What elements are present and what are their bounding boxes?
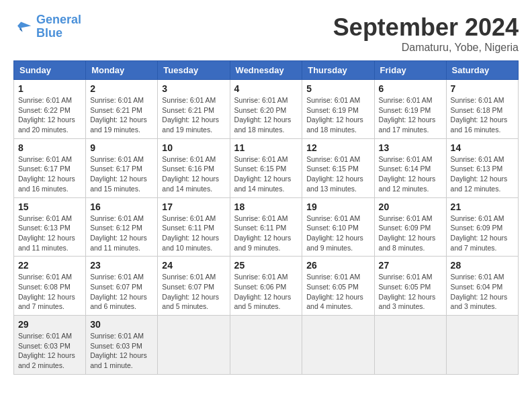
day-info: Sunrise: 6:01 AM Sunset: 6:05 PM Dayligh… (306, 272, 369, 312)
calendar-day-cell: 9 Sunrise: 6:01 AM Sunset: 6:17 PM Dayli… (86, 138, 158, 197)
calendar-day-cell: 17 Sunrise: 6:01 AM Sunset: 6:11 PM Dayl… (158, 197, 230, 257)
weekday-header: Monday (86, 61, 158, 80)
day-info: Sunrise: 6:01 AM Sunset: 6:19 PM Dayligh… (306, 95, 369, 135)
svg-marker-0 (17, 21, 31, 32)
day-number: 22 (18, 260, 81, 271)
day-info: Sunrise: 6:01 AM Sunset: 6:09 PM Dayligh… (379, 214, 442, 253)
day-number: 29 (18, 319, 81, 330)
day-number: 25 (234, 260, 298, 271)
calendar-day-cell: 15 Sunrise: 6:01 AM Sunset: 6:13 PM Dayl… (14, 197, 86, 257)
day-info: Sunrise: 6:01 AM Sunset: 6:13 PM Dayligh… (451, 154, 514, 194)
weekday-header: Saturday (446, 61, 518, 80)
day-info: Sunrise: 6:01 AM Sunset: 6:05 PM Dayligh… (379, 272, 442, 312)
title-block: September 2024 Damaturu, Yobe, Nigeria (333, 13, 519, 54)
logo-line1: General (36, 13, 81, 26)
calendar-day-cell: 18 Sunrise: 6:01 AM Sunset: 6:11 PM Dayl… (230, 197, 302, 257)
calendar-week-row: 29 Sunrise: 6:01 AM Sunset: 6:03 PM Dayl… (14, 316, 519, 375)
day-number: 4 (234, 83, 298, 94)
day-info: Sunrise: 6:01 AM Sunset: 6:03 PM Dayligh… (18, 331, 81, 371)
calendar-day-cell: 20 Sunrise: 6:01 AM Sunset: 6:09 PM Dayl… (374, 197, 446, 257)
day-number: 13 (379, 142, 442, 153)
day-info: Sunrise: 6:01 AM Sunset: 6:11 PM Dayligh… (162, 214, 225, 253)
calendar-day-cell: 30 Sunrise: 6:01 AM Sunset: 6:03 PM Dayl… (86, 316, 158, 375)
day-number: 5 (306, 83, 369, 94)
calendar-day-cell: 23 Sunrise: 6:01 AM Sunset: 6:07 PM Dayl… (86, 257, 158, 316)
day-number: 20 (379, 201, 442, 212)
calendar-day-cell: 4 Sunrise: 6:01 AM Sunset: 6:20 PM Dayli… (230, 80, 302, 139)
weekday-header: Sunday (14, 61, 86, 80)
calendar-day-cell: 24 Sunrise: 6:01 AM Sunset: 6:07 PM Dayl… (158, 257, 230, 316)
day-info: Sunrise: 6:01 AM Sunset: 6:21 PM Dayligh… (162, 95, 225, 135)
day-number: 10 (162, 142, 225, 153)
day-info: Sunrise: 6:01 AM Sunset: 6:12 PM Dayligh… (90, 214, 153, 253)
day-number: 14 (451, 142, 514, 153)
day-number: 1 (18, 83, 81, 94)
day-number: 9 (90, 142, 153, 153)
calendar-day-cell: 5 Sunrise: 6:01 AM Sunset: 6:19 PM Dayli… (302, 80, 374, 139)
calendar-day-cell: 29 Sunrise: 6:01 AM Sunset: 6:03 PM Dayl… (14, 316, 86, 375)
calendar-day-cell: 14 Sunrise: 6:01 AM Sunset: 6:13 PM Dayl… (446, 138, 518, 197)
calendar-day-cell: 27 Sunrise: 6:01 AM Sunset: 6:05 PM Dayl… (374, 257, 446, 316)
day-info: Sunrise: 6:01 AM Sunset: 6:11 PM Dayligh… (234, 214, 298, 253)
logo-icon (13, 17, 34, 37)
calendar-day-cell: 13 Sunrise: 6:01 AM Sunset: 6:14 PM Dayl… (374, 138, 446, 197)
day-number: 17 (162, 201, 225, 212)
day-info: Sunrise: 6:01 AM Sunset: 6:15 PM Dayligh… (234, 154, 298, 194)
calendar-day-cell: 10 Sunrise: 6:01 AM Sunset: 6:16 PM Dayl… (158, 138, 230, 197)
calendar-header-row: SundayMondayTuesdayWednesdayThursdayFrid… (14, 61, 519, 80)
day-info: Sunrise: 6:01 AM Sunset: 6:13 PM Dayligh… (18, 214, 81, 253)
day-number: 19 (306, 201, 369, 212)
day-number: 3 (162, 83, 225, 94)
day-number: 18 (234, 201, 298, 212)
calendar-day-cell: 19 Sunrise: 6:01 AM Sunset: 6:10 PM Dayl… (302, 197, 374, 257)
day-info: Sunrise: 6:01 AM Sunset: 6:15 PM Dayligh… (306, 154, 369, 194)
logo-text: General Blue (36, 13, 81, 40)
calendar-day-cell: 11 Sunrise: 6:01 AM Sunset: 6:15 PM Dayl… (230, 138, 302, 197)
calendar-day-cell: 22 Sunrise: 6:01 AM Sunset: 6:08 PM Dayl… (14, 257, 86, 316)
day-info: Sunrise: 6:01 AM Sunset: 6:14 PM Dayligh… (379, 154, 442, 194)
calendar-day-cell: 16 Sunrise: 6:01 AM Sunset: 6:12 PM Dayl… (86, 197, 158, 257)
day-info: Sunrise: 6:01 AM Sunset: 6:21 PM Dayligh… (90, 95, 153, 135)
calendar-day-cell: 26 Sunrise: 6:01 AM Sunset: 6:05 PM Dayl… (302, 257, 374, 316)
calendar-day-cell: 8 Sunrise: 6:01 AM Sunset: 6:17 PM Dayli… (14, 138, 86, 197)
location-subtitle: Damaturu, Yobe, Nigeria (333, 42, 519, 54)
calendar-day-cell (230, 316, 302, 375)
calendar-day-cell (302, 316, 374, 375)
day-number: 12 (306, 142, 369, 153)
calendar-day-cell: 28 Sunrise: 6:01 AM Sunset: 6:04 PM Dayl… (446, 257, 518, 316)
day-info: Sunrise: 6:01 AM Sunset: 6:20 PM Dayligh… (234, 95, 298, 135)
day-info: Sunrise: 6:01 AM Sunset: 6:03 PM Dayligh… (90, 331, 153, 371)
calendar-table: SundayMondayTuesdayWednesdayThursdayFrid… (13, 60, 519, 375)
day-number: 15 (18, 201, 81, 212)
month-title: September 2024 (333, 13, 519, 42)
day-number: 27 (379, 260, 442, 271)
day-number: 6 (379, 83, 442, 94)
day-info: Sunrise: 6:01 AM Sunset: 6:04 PM Dayligh… (451, 272, 514, 312)
day-info: Sunrise: 6:01 AM Sunset: 6:07 PM Dayligh… (162, 272, 225, 312)
page-header: General Blue September 2024 Damaturu, Yo… (13, 13, 519, 54)
calendar-day-cell: 2 Sunrise: 6:01 AM Sunset: 6:21 PM Dayli… (86, 80, 158, 139)
calendar-day-cell: 6 Sunrise: 6:01 AM Sunset: 6:19 PM Dayli… (374, 80, 446, 139)
weekday-header: Tuesday (158, 61, 230, 80)
weekday-header: Wednesday (230, 61, 302, 80)
calendar-day-cell (374, 316, 446, 375)
calendar-day-cell: 12 Sunrise: 6:01 AM Sunset: 6:15 PM Dayl… (302, 138, 374, 197)
day-number: 26 (306, 260, 369, 271)
day-number: 8 (18, 142, 81, 153)
day-number: 2 (90, 83, 153, 94)
day-number: 21 (451, 201, 514, 212)
day-number: 23 (90, 260, 153, 271)
calendar-week-row: 15 Sunrise: 6:01 AM Sunset: 6:13 PM Dayl… (14, 197, 519, 257)
day-info: Sunrise: 6:01 AM Sunset: 6:08 PM Dayligh… (18, 272, 81, 312)
day-number: 24 (162, 260, 225, 271)
calendar-week-row: 1 Sunrise: 6:01 AM Sunset: 6:22 PM Dayli… (14, 80, 519, 139)
calendar-day-cell: 1 Sunrise: 6:01 AM Sunset: 6:22 PM Dayli… (14, 80, 86, 139)
calendar-day-cell (446, 316, 518, 375)
day-number: 30 (90, 319, 153, 330)
day-info: Sunrise: 6:01 AM Sunset: 6:22 PM Dayligh… (18, 95, 81, 135)
day-info: Sunrise: 6:01 AM Sunset: 6:18 PM Dayligh… (451, 95, 514, 135)
day-info: Sunrise: 6:01 AM Sunset: 6:16 PM Dayligh… (162, 154, 225, 194)
calendar-day-cell: 21 Sunrise: 6:01 AM Sunset: 6:09 PM Dayl… (446, 197, 518, 257)
weekday-header: Thursday (302, 61, 374, 80)
logo-line2: Blue (36, 26, 62, 40)
